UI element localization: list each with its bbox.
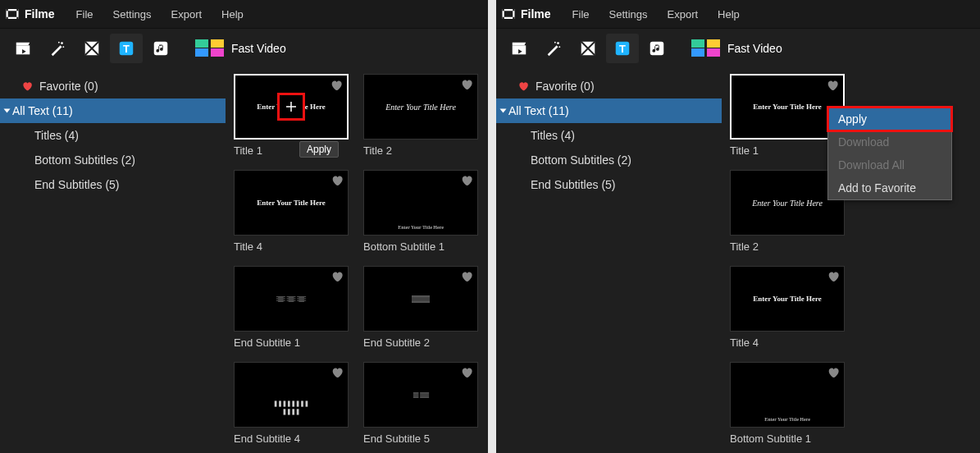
svg-rect-18: [513, 9, 514, 11]
svg-point-25: [554, 41, 556, 43]
media-tab-button[interactable]: [503, 34, 536, 63]
card-end-sub-5[interactable]: End Subtitle 5: [363, 362, 478, 445]
clapper-icon: [510, 39, 528, 57]
svg-rect-4: [7, 17, 8, 19]
ctx-add-favorite[interactable]: Add to Favorite: [828, 176, 951, 199]
favorite-icon[interactable]: [460, 270, 473, 283]
card-end-sub-4[interactable]: End Subtitle 4: [234, 362, 349, 445]
sidebar-titles[interactable]: Titles (4): [496, 123, 722, 148]
ctx-download[interactable]: Download: [828, 130, 951, 153]
sidebar-bottom-subtitles[interactable]: Bottom Subtitles (2): [496, 148, 722, 172]
svg-text:T: T: [123, 42, 130, 54]
thumb-title-4[interactable]: Enter Your Title Here: [730, 266, 845, 332]
menu-settings[interactable]: Settings: [105, 5, 160, 24]
add-button[interactable]: [277, 93, 305, 121]
card-bottom-sub-1[interactable]: Enter Your Title Here Bottom Subtitle 1: [363, 170, 478, 253]
ctx-download-all[interactable]: Download All: [828, 153, 951, 176]
audio-tab-button[interactable]: [144, 34, 177, 63]
menu-export[interactable]: Export: [659, 5, 707, 24]
favorite-icon[interactable]: [330, 174, 344, 187]
sidebar-all-text-label: All Text (11): [508, 104, 569, 117]
text-tab-button[interactable]: T: [110, 34, 143, 63]
text-tab-button[interactable]: T: [606, 34, 639, 63]
toolbar: T Fast Video: [0, 28, 488, 67]
sidebar-favorite[interactable]: Favorite (0): [496, 74, 722, 98]
sidebar-all-text[interactable]: All Text (11): [496, 98, 722, 123]
ctx-apply[interactable]: Apply: [828, 108, 951, 130]
sidebar: Favorite (0) All Text (11) Titles (4) Bo…: [0, 67, 226, 453]
sidebar-favorite[interactable]: Favorite (0): [0, 74, 226, 98]
favorite-icon[interactable]: [827, 270, 840, 283]
thumb-end-sub-4[interactable]: [234, 362, 349, 428]
app-logo: Filme: [501, 7, 551, 21]
svg-point-10: [58, 41, 60, 43]
svg-rect-5: [16, 17, 18, 19]
thumb-title-4[interactable]: Enter Your Title Here: [234, 170, 349, 236]
menus: File Settings Export Help: [68, 5, 252, 24]
sidebar-bottom-subtitles[interactable]: Bottom Subtitles (2): [0, 148, 226, 172]
effects-tab-button[interactable]: [537, 34, 570, 63]
thumb-bottom-sub-1[interactable]: Enter Your Title Here: [730, 362, 845, 428]
menus: File Settings Export Help: [564, 5, 748, 24]
svg-rect-19: [503, 17, 504, 19]
favorite-icon[interactable]: [827, 366, 840, 379]
sidebar-end-subtitles[interactable]: End Subtitles (5): [0, 172, 226, 197]
card-bottom-sub-1[interactable]: Enter Your Title Here Bottom Subtitle 1: [730, 362, 845, 445]
svg-rect-16: [504, 11, 513, 17]
card-end-sub-2[interactable]: End Subtitle 2: [363, 266, 478, 349]
thumb-title-1[interactable]: Enter Your Title Here Apply: [234, 74, 349, 140]
menu-settings[interactable]: Settings: [601, 5, 656, 24]
card-title-4[interactable]: Enter Your Title Here Title 4: [730, 266, 845, 349]
clapper-icon: [14, 39, 32, 57]
card-title-4[interactable]: Enter Your Title Here Title 4: [234, 170, 349, 253]
svg-point-8: [61, 42, 63, 44]
svg-rect-2: [7, 9, 8, 11]
fast-video-icon: [691, 39, 721, 57]
thumb-bottom-sub-1[interactable]: Enter Your Title Here: [363, 170, 478, 236]
card-title-1[interactable]: Enter Your Title Here Apply Title 1: [234, 74, 349, 157]
card-caption: Title 4: [234, 240, 349, 253]
sidebar-all-text[interactable]: All Text (11): [0, 98, 226, 123]
fast-video-button[interactable]: Fast Video: [691, 39, 782, 57]
menu-file[interactable]: File: [68, 5, 102, 24]
filme-logo-icon: [501, 7, 516, 21]
text-icon: T: [613, 39, 631, 57]
favorite-icon[interactable]: [330, 366, 344, 379]
transitions-tab-button[interactable]: [75, 34, 108, 63]
card-caption: End Subtitle 4: [234, 432, 349, 445]
menu-help[interactable]: Help: [213, 5, 252, 24]
sidebar-titles[interactable]: Titles (4): [0, 123, 226, 148]
menu-export[interactable]: Export: [163, 5, 211, 24]
end-sub-lines: [412, 295, 430, 302]
thumb-end-sub-5[interactable]: [363, 362, 478, 428]
card-caption: End Subtitle 1: [234, 336, 349, 349]
svg-point-24: [558, 46, 560, 48]
card-caption: End Subtitle 5: [363, 432, 478, 445]
content-grid: Enter Your Title Here Apply Title 1 Ent: [226, 67, 488, 453]
transitions-tab-button[interactable]: [572, 34, 604, 63]
wand-icon: [48, 39, 66, 57]
effects-tab-button[interactable]: [41, 34, 74, 63]
sidebar-end-subtitles[interactable]: End Subtitles (5): [496, 172, 722, 197]
heart-icon: [21, 80, 33, 92]
favorite-icon[interactable]: [330, 79, 343, 92]
audio-tab-button[interactable]: [640, 34, 673, 63]
favorite-icon[interactable]: [460, 78, 473, 91]
favorite-icon[interactable]: [826, 79, 839, 92]
menu-help[interactable]: Help: [709, 5, 748, 24]
card-end-sub-1[interactable]: End Subtitle 1: [234, 266, 349, 349]
fast-video-button[interactable]: Fast Video: [195, 39, 286, 57]
end-sub-lines: [276, 296, 306, 301]
music-icon: [648, 39, 666, 57]
card-title-2[interactable]: Enter Your Title Here Title 2: [363, 74, 478, 157]
favorite-icon[interactable]: [460, 366, 473, 379]
thumb-title-2[interactable]: Enter Your Title Here: [363, 74, 478, 140]
favorite-icon[interactable]: [460, 174, 473, 187]
thumb-end-sub-2[interactable]: [363, 266, 478, 332]
media-tab-button[interactable]: [7, 34, 39, 63]
end-sub-lines: [413, 392, 428, 397]
favorite-icon[interactable]: [330, 270, 344, 283]
menu-file[interactable]: File: [564, 5, 598, 24]
thumb-end-sub-1[interactable]: [234, 266, 349, 332]
svg-point-23: [557, 42, 559, 44]
